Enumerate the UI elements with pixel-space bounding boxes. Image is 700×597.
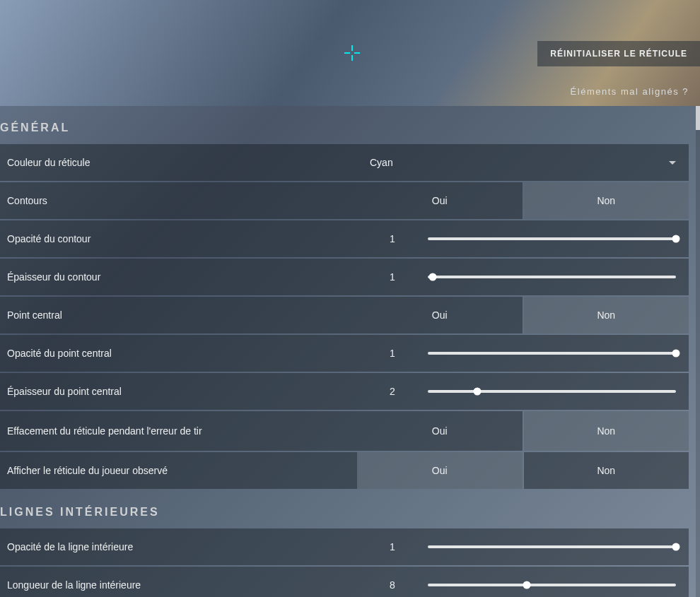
slider-thumb[interactable] [523,581,531,589]
toggle-center-dot-yes[interactable]: Oui [357,297,523,333]
row-inner-line-length: Longueur de la ligne intérieure 8 [0,567,689,597]
row-show-spectated: Afficher le réticule du joueur observé O… [0,452,689,489]
settings-content: GÉNÉRAL Couleur du réticule Cyan Contour… [0,106,700,597]
label-center-dot-opacity: Opacité du point central [0,335,357,372]
label-inner-line-opacity: Opacité de la ligne intérieure [0,528,357,565]
slider-thumb[interactable] [672,350,680,357]
slider-track-center-dot-thickness[interactable] [428,373,689,410]
section-header-inner-lines: LIGNES INTÉRIEURES [0,490,689,528]
toggle-outlines-no[interactable]: Non [524,182,689,219]
crosshair-preview: RÉINITIALISER LE RÉTICULE Éléments mal a… [0,0,700,106]
slider-center-dot-opacity: 1 [357,335,689,372]
crosshair-icon [344,45,360,61]
slider-track-inner-line-length[interactable] [428,567,689,597]
slider-outline-opacity: 1 [357,220,689,257]
label-crosshair-color: Couleur du réticule [0,144,357,181]
toggle-outlines: Oui Non [357,182,689,219]
slider-track-outline-opacity[interactable] [428,220,689,257]
row-inner-line-opacity: Opacité de la ligne intérieure 1 [0,528,689,565]
slider-value-outline-thickness: 1 [357,271,428,283]
toggle-fade-firing-error-no[interactable]: Non [524,411,689,451]
row-outline-thickness: Épaisseur du contour 1 [0,259,689,295]
slider-thumb[interactable] [672,235,680,243]
slider-value-center-dot-opacity: 1 [357,348,428,359]
dropdown-value: Cyan [370,157,393,168]
row-center-dot: Point central Oui Non [0,297,689,333]
section-header-general: GÉNÉRAL [0,106,689,144]
toggle-outlines-yes[interactable]: Oui [357,182,523,219]
slider-value-outline-opacity: 1 [357,233,428,244]
scrollbar-thumb[interactable] [696,106,700,130]
toggle-fade-firing-error: Oui Non [357,411,689,451]
toggle-fade-firing-error-yes[interactable]: Oui [357,411,523,451]
row-center-dot-thickness: Épaisseur du point central 2 [0,373,689,410]
dropdown-crosshair-color[interactable]: Cyan [357,144,689,181]
row-outlines: Contours Oui Non [0,182,689,219]
label-outline-opacity: Opacité du contour [0,220,357,257]
slider-center-dot-thickness: 2 [357,373,689,410]
row-fade-firing-error: Effacement du réticule pendant l'erreur … [0,411,689,451]
toggle-show-spectated-no[interactable]: Non [524,452,689,489]
label-fade-firing-error: Effacement du réticule pendant l'erreur … [0,411,357,451]
slider-outline-thickness: 1 [357,259,689,295]
toggle-show-spectated: Oui Non [357,452,689,489]
label-inner-line-length: Longueur de la ligne intérieure [0,567,357,597]
slider-track-outline-thickness[interactable] [428,259,689,295]
row-outline-opacity: Opacité du contour 1 [0,220,689,257]
label-outlines: Contours [0,182,357,219]
slider-track-center-dot-opacity[interactable] [428,335,689,372]
toggle-center-dot: Oui Non [357,297,689,333]
slider-inner-line-opacity: 1 [357,528,689,565]
slider-thumb[interactable] [474,388,482,396]
chevron-down-icon [669,161,676,165]
slider-track-inner-line-opacity[interactable] [428,528,689,565]
reset-crosshair-button[interactable]: RÉINITIALISER LE RÉTICULE [537,41,700,66]
slider-thumb[interactable] [429,273,437,281]
scrollbar[interactable] [696,106,700,597]
row-center-dot-opacity: Opacité du point central 1 [0,335,689,372]
row-crosshair-color: Couleur du réticule Cyan [0,144,689,181]
slider-inner-line-length: 8 [357,567,689,597]
label-outline-thickness: Épaisseur du contour [0,259,357,295]
slider-value-inner-line-opacity: 1 [357,541,428,552]
slider-value-inner-line-length: 8 [357,579,428,591]
label-center-dot-thickness: Épaisseur du point central [0,373,357,410]
toggle-center-dot-no[interactable]: Non [524,297,689,333]
slider-value-center-dot-thickness: 2 [357,386,428,397]
toggle-show-spectated-yes[interactable]: Oui [357,452,523,489]
slider-thumb[interactable] [672,543,680,551]
label-center-dot: Point central [0,297,357,333]
misaligned-link[interactable]: Éléments mal alignés ? [571,86,689,97]
label-show-spectated: Afficher le réticule du joueur observé [0,452,357,489]
